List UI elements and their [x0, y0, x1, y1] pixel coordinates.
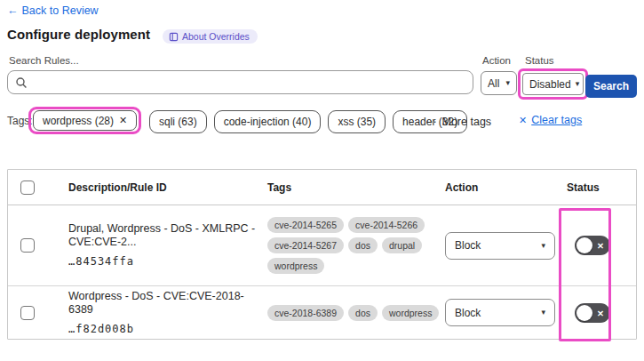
ellipsis-icon: ⋯ [425, 115, 437, 128]
rule-tag-chip: cve-2014-5266 [348, 217, 425, 233]
rule-action-select[interactable]: Block ▾ [445, 299, 555, 326]
clear-tags-button[interactable]: ✕ Clear tags [519, 114, 582, 126]
tag-filter-wordpress-label: wordpress (28) [43, 115, 114, 127]
rule-status-toggle-off[interactable]: ✕ [575, 236, 610, 255]
row-checkbox[interactable] [20, 238, 35, 253]
rule-tag-chip: wordpress [382, 305, 439, 321]
table-row: Wordpress - DoS - CVE:CVE-2018-6389 …f82… [8, 285, 636, 339]
rule-description-cell: Drupal, Wordpress - DoS - XMLRPC - CVE:C… [68, 222, 267, 268]
book-icon [169, 32, 179, 42]
status-filter-label: Status [525, 55, 554, 66]
page-title: Configure deployment [7, 27, 150, 42]
rule-id: …f82d008b [68, 323, 267, 335]
rule-status-toggle-off[interactable]: ✕ [575, 303, 610, 323]
column-header-status: Status [567, 181, 638, 194]
search-rules-label: Search Rules... [9, 55, 79, 66]
row-checkbox[interactable] [20, 306, 35, 320]
more-tags-label: More tags [442, 116, 492, 128]
status-filter-annotation: Disabled ▾ [518, 68, 588, 100]
clear-tags-label: Clear tags [531, 114, 582, 126]
status-filter-value: Disabled [529, 78, 571, 91]
status-filter-select[interactable]: Disabled ▾ [522, 73, 584, 95]
back-to-review-link[interactable]: ← Back to Review [7, 4, 99, 17]
rule-tag-chip: dos [348, 305, 378, 321]
toggle-knob [576, 237, 592, 253]
clear-icon: ✕ [519, 116, 527, 125]
rule-description: Drupal, Wordpress - DoS - XMLRPC - CVE:C… [68, 222, 267, 249]
about-overrides-badge[interactable]: About Overrides [163, 29, 258, 44]
table-row: Drupal, Wordpress - DoS - XMLRPC - CVE:C… [8, 205, 636, 285]
rule-tag-chip: cve-2014-5267 [267, 237, 344, 253]
rule-tags-cell: cve-2014-5265 cve-2014-5266 cve-2014-526… [267, 217, 443, 274]
rule-tag-chip: cve-2018-6389 [267, 305, 344, 321]
rule-description-cell: Wordpress - DoS - CVE:CVE-2018-6389 …f82… [68, 290, 267, 335]
back-link-label: Back to Review [22, 4, 99, 17]
rule-tag-chip: dos [348, 237, 378, 253]
selected-tag-annotation: wordpress (28) ✕ [28, 107, 141, 134]
rule-action-value: Block [455, 307, 481, 319]
toggle-off-icon: ✕ [597, 241, 604, 251]
rule-tags-cell: cve-2018-6389 dos wordpress [267, 305, 443, 321]
toggle-knob [576, 305, 592, 321]
search-button[interactable]: Search [585, 75, 637, 98]
action-filter-label: Action [482, 55, 511, 66]
toggle-off-icon: ✕ [597, 308, 604, 317]
about-overrides-label: About Overrides [182, 31, 250, 42]
chevron-down-icon: ▾ [576, 80, 580, 88]
tag-filter-sqli-label: sqli (63) [159, 116, 197, 128]
tag-filter-sqli[interactable]: sqli (63) [149, 110, 207, 133]
tag-filter-list: sqli (63) code-injection (40) xss (35) h… [149, 110, 467, 133]
chevron-down-icon: ▾ [505, 79, 510, 87]
tag-filter-code-injection[interactable]: code-injection (40) [214, 110, 322, 133]
rule-description: Wordpress - DoS - CVE:CVE-2018-6389 [68, 290, 267, 317]
action-filter-value: All [488, 77, 499, 90]
column-header-tags: Tags [267, 181, 445, 194]
table-header-row: Description/Rule ID Tags Action Status [8, 170, 636, 205]
column-header-action: Action [445, 181, 567, 194]
rule-tag-chip: wordpress [267, 258, 324, 274]
search-icon [15, 76, 28, 89]
remove-tag-icon[interactable]: ✕ [119, 116, 127, 125]
select-all-checkbox[interactable] [20, 180, 35, 195]
chevron-down-icon: ▾ [541, 242, 545, 250]
rule-action-value: Block [455, 239, 481, 252]
tag-filter-code-injection-label: code-injection (40) [224, 116, 312, 128]
tag-filter-xss-label: xss (35) [338, 116, 376, 128]
rules-table: Description/Rule ID Tags Action Status D… [7, 169, 637, 340]
more-tags-button[interactable]: ⋯ More tags [425, 115, 491, 128]
column-header-description: Description/Rule ID [68, 181, 267, 194]
tag-filter-xss[interactable]: xss (35) [328, 110, 386, 133]
rule-action-select[interactable]: Block ▾ [445, 232, 555, 260]
back-arrow-icon: ← [7, 4, 19, 17]
chevron-down-icon: ▾ [541, 309, 545, 317]
rule-tag-chip: drupal [382, 237, 422, 253]
action-filter-select[interactable]: All ▾ [481, 71, 517, 95]
search-input[interactable] [7, 70, 473, 94]
rule-tag-chip: cve-2014-5265 [267, 217, 344, 233]
rule-id: …84534ffa [68, 255, 267, 268]
tag-filter-wordpress[interactable]: wordpress (28) ✕ [33, 110, 137, 131]
